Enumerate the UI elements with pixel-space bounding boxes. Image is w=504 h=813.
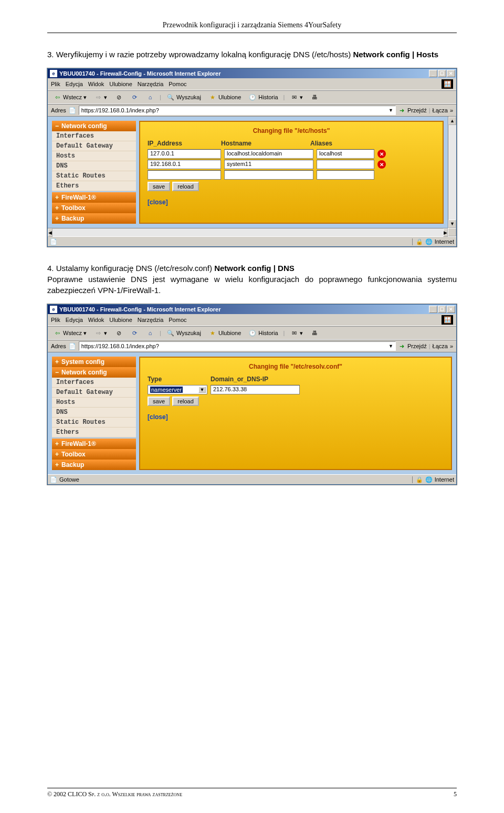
dns-ip-input[interactable]: 212.76.33.38 bbox=[211, 385, 300, 394]
host-input[interactable]: system11 bbox=[224, 160, 313, 169]
host-input[interactable]: localhost.localdomain bbox=[224, 149, 313, 159]
host-input[interactable] bbox=[224, 170, 313, 180]
minimize-button[interactable]: _ bbox=[429, 306, 437, 313]
menu-help[interactable]: Pomoc bbox=[169, 317, 186, 323]
side-backup[interactable]: +Backup bbox=[52, 213, 136, 224]
close-button[interactable]: ✕ bbox=[447, 70, 455, 77]
menu-view[interactable]: Widok bbox=[88, 317, 104, 323]
refresh-button[interactable]: ⟳ bbox=[128, 92, 141, 102]
close-button[interactable]: ✕ bbox=[447, 306, 455, 313]
sidebar-item[interactable]: Interfaces bbox=[52, 378, 136, 388]
stop-button[interactable]: ⊘ bbox=[112, 328, 125, 338]
history-button[interactable]: 🕑Historia bbox=[246, 92, 280, 102]
menu-file[interactable]: Plik bbox=[51, 81, 60, 87]
side-firewall[interactable]: +FireWall-1® bbox=[52, 439, 136, 449]
menu-edit[interactable]: Edycja bbox=[66, 81, 83, 87]
menu-tools[interactable]: Narzędzia bbox=[138, 317, 164, 323]
delete-button[interactable]: ✕ bbox=[377, 160, 386, 169]
dropdown-icon[interactable]: ▼ bbox=[388, 108, 393, 113]
sidebar-item[interactable]: Ethers bbox=[52, 428, 136, 437]
search-button[interactable]: 🔍Wyszukaj bbox=[164, 328, 203, 338]
links-label[interactable]: Łącza bbox=[433, 343, 448, 349]
scroll-down-icon[interactable]: ▼ bbox=[448, 220, 456, 228]
col-domain: Domain_or_DNS-IP bbox=[211, 376, 268, 383]
forward-button[interactable]: ⇨ ▾ bbox=[92, 92, 109, 102]
refresh-button[interactable]: ⟳ bbox=[128, 328, 141, 338]
delete-button[interactable]: ✕ bbox=[377, 150, 386, 158]
scroll-left-icon[interactable]: ◀ bbox=[48, 228, 52, 237]
sidebar-item[interactable]: DNS bbox=[52, 408, 136, 418]
sidebar-item[interactable]: Default Gateway bbox=[52, 141, 136, 151]
side-network[interactable]: −Network config bbox=[52, 121, 136, 131]
address-input[interactable]: https://192.168.0.1/index.php? ▼ bbox=[79, 341, 396, 351]
search-button[interactable]: 🔍Wyszukaj bbox=[164, 92, 203, 102]
alias-input[interactable]: localhost bbox=[317, 149, 374, 159]
mail-button[interactable]: ✉▾ bbox=[288, 328, 305, 338]
mail-button[interactable]: ✉▾ bbox=[288, 92, 305, 102]
stop-button[interactable]: ⊘ bbox=[112, 92, 125, 102]
favorites-button[interactable]: ★Ulubione bbox=[206, 328, 243, 338]
side-toolbox[interactable]: +Toolbox bbox=[52, 449, 136, 460]
sidebar-item[interactable]: Interfaces bbox=[52, 131, 136, 141]
search-label: Wyszukaj bbox=[176, 94, 201, 100]
dropdown-icon[interactable]: ▼ bbox=[388, 343, 393, 349]
sidebar-item[interactable]: Ethers bbox=[52, 181, 136, 191]
sidebar-item[interactable]: Hosts bbox=[52, 398, 136, 408]
minimize-button[interactable]: _ bbox=[429, 70, 437, 77]
history-label: Historia bbox=[258, 330, 278, 336]
favorites-button[interactable]: ★Ulubione bbox=[206, 92, 243, 102]
home-button[interactable]: ⌂ bbox=[144, 328, 156, 338]
forward-button[interactable]: ⇨ ▾ bbox=[92, 328, 109, 338]
menu-fav[interactable]: Ulubione bbox=[109, 317, 132, 323]
type-select[interactable]: nameserver ▼ bbox=[148, 385, 207, 394]
side-network[interactable]: −Network config bbox=[52, 367, 136, 378]
alias-input[interactable] bbox=[317, 170, 374, 180]
address-input[interactable]: https://192.168.0.1/index.php? ▼ bbox=[79, 106, 396, 115]
go-button[interactable]: ➜Przejdź bbox=[398, 106, 427, 114]
sidebar-item[interactable]: Hosts bbox=[52, 151, 136, 161]
sidebar-item[interactable]: DNS bbox=[52, 161, 136, 171]
side-toolbox[interactable]: +Toolbox bbox=[52, 203, 136, 213]
vertical-scrollbar[interactable]: ▲ ▼ bbox=[448, 117, 456, 228]
ip-input[interactable] bbox=[148, 170, 221, 180]
side-firewall[interactable]: +FireWall-1® bbox=[52, 192, 136, 203]
back-button[interactable]: ⇦Wstecz ▾ bbox=[51, 92, 89, 102]
links-chevron-icon[interactable]: » bbox=[450, 343, 453, 349]
save-button[interactable]: save bbox=[148, 397, 170, 406]
print-button[interactable]: 🖶 bbox=[308, 92, 321, 102]
links-chevron-icon[interactable]: » bbox=[450, 107, 453, 113]
go-button[interactable]: ➜Przejdź bbox=[398, 342, 427, 350]
menu-tools[interactable]: Narzędzia bbox=[138, 81, 164, 87]
ip-input[interactable]: 127.0.0.1 bbox=[148, 149, 221, 159]
sidebar-item[interactable]: Static Routes bbox=[52, 171, 136, 181]
menu-help[interactable]: Pomoc bbox=[169, 81, 186, 87]
close-link[interactable]: [close] bbox=[148, 413, 168, 421]
menu-fav[interactable]: Ulubione bbox=[109, 81, 132, 87]
ip-input[interactable]: 192.168.0.1 bbox=[148, 160, 221, 169]
side-backup[interactable]: +Backup bbox=[52, 460, 136, 470]
alias-input[interactable] bbox=[317, 160, 374, 169]
reload-button[interactable]: reload bbox=[172, 182, 199, 191]
maximize-button[interactable]: ☐ bbox=[438, 306, 446, 313]
sidebar-item[interactable]: Static Routes bbox=[52, 418, 136, 428]
refresh-icon: ⟳ bbox=[130, 329, 139, 337]
side-system[interactable]: +System config bbox=[52, 357, 136, 367]
home-button[interactable]: ⌂ bbox=[144, 92, 156, 102]
scroll-up-icon[interactable]: ▲ bbox=[448, 117, 456, 125]
reload-button[interactable]: reload bbox=[172, 397, 199, 406]
menu-edit[interactable]: Edycja bbox=[66, 317, 83, 323]
links-label[interactable]: Łącza bbox=[433, 107, 448, 113]
print-button[interactable]: 🖶 bbox=[308, 328, 321, 338]
dropdown-icon[interactable]: ▼ bbox=[198, 387, 206, 393]
maximize-button[interactable]: ☐ bbox=[438, 70, 446, 77]
horizontal-scrollbar[interactable]: ◀ ▶ bbox=[48, 228, 448, 236]
back-button[interactable]: ⇦Wstecz ▾ bbox=[51, 328, 89, 338]
sidebar-item[interactable]: Default Gateway bbox=[52, 388, 136, 398]
menu-file[interactable]: Plik bbox=[51, 317, 60, 323]
menu-view[interactable]: Widok bbox=[88, 81, 104, 87]
scroll-right-icon[interactable]: ▶ bbox=[443, 228, 448, 237]
lock-icon: 🔒 bbox=[416, 476, 423, 483]
save-button[interactable]: save bbox=[148, 182, 170, 191]
history-button[interactable]: 🕑Historia bbox=[246, 328, 280, 338]
close-link[interactable]: [close] bbox=[148, 199, 168, 206]
